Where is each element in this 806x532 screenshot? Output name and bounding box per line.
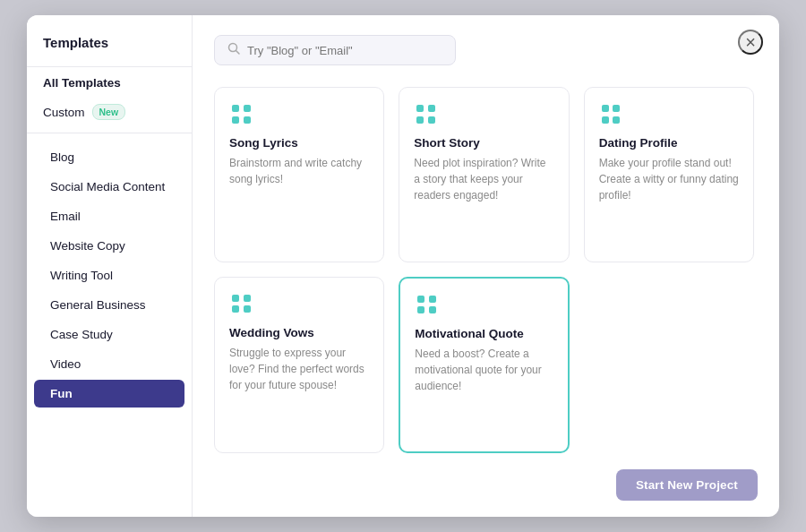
template-card-motivational-quote[interactable]: Motivational QuoteNeed a boost? Create a… [399, 277, 569, 454]
footer-row: Start New Project [214, 457, 758, 501]
sidebar-item-blog[interactable]: Blog [34, 143, 184, 171]
sidebar-title: Templates [27, 35, 192, 67]
custom-badge: New [92, 104, 126, 120]
sidebar-item-all-templates[interactable]: All Templates [27, 67, 192, 99]
sidebar-custom-row: Custom New [27, 99, 192, 133]
sidebar-item-general-business[interactable]: General Business [34, 291, 184, 319]
sidebar-custom-label: Custom [43, 106, 85, 119]
modal-backdrop: Templates All Templates Custom New BlogS… [0, 0, 806, 532]
template-name-wedding-vows: Wedding Vows [229, 326, 369, 339]
template-desc-dating-profile: Make your profile stand out! Create a wi… [599, 155, 739, 203]
svg-line-1 [236, 51, 240, 55]
templates-grid: Song LyricsBrainstorm and write catchy s… [214, 87, 758, 453]
main-content: × Song LyricsBrainstorm and write catchy… [193, 15, 779, 517]
template-desc-song-lyrics: Brainstorm and write catchy song lyrics! [229, 155, 369, 187]
sidebar-item-video[interactable]: Video [34, 350, 184, 378]
template-icon-wedding-vows [229, 292, 254, 317]
modal: Templates All Templates Custom New BlogS… [27, 15, 779, 517]
search-icon [227, 42, 240, 58]
template-icon-motivational-quote [415, 293, 440, 318]
template-icon-dating-profile [599, 102, 624, 127]
search-row [214, 35, 758, 65]
template-icon-song-lyrics [229, 102, 254, 127]
template-card-short-story[interactable]: Short StoryNeed plot inspiration? Write … [399, 87, 569, 262]
sidebar-item-website-copy[interactable]: Website Copy [34, 232, 184, 260]
sidebar-item-writing-tool[interactable]: Writing Tool [34, 262, 184, 289]
sidebar-nav: BlogSocial Media ContentEmailWebsite Cop… [27, 133, 192, 502]
template-card-song-lyrics[interactable]: Song LyricsBrainstorm and write catchy s… [214, 87, 384, 262]
sidebar: Templates All Templates Custom New BlogS… [27, 15, 193, 517]
close-button[interactable]: × [738, 30, 763, 55]
sidebar-item-social-media-content[interactable]: Social Media Content [34, 173, 184, 201]
template-name-song-lyrics: Song Lyrics [229, 136, 369, 150]
start-new-project-button[interactable]: Start New Project [616, 469, 758, 501]
sidebar-item-email[interactable]: Email [34, 202, 184, 230]
template-name-short-story: Short Story [414, 136, 553, 150]
template-desc-wedding-vows: Struggle to express your love? Find the … [229, 345, 369, 393]
template-card-wedding-vows[interactable]: Wedding VowsStruggle to express your lov… [214, 277, 384, 454]
sidebar-item-case-study[interactable]: Case Study [34, 321, 184, 348]
search-box [214, 35, 456, 65]
template-card-dating-profile[interactable]: Dating ProfileMake your profile stand ou… [584, 87, 754, 262]
sidebar-item-fun[interactable]: Fun [34, 380, 184, 408]
template-name-dating-profile: Dating Profile [599, 136, 739, 150]
template-icon-short-story [414, 102, 439, 127]
template-desc-motivational-quote: Need a boost? Create a motivational quot… [415, 346, 553, 394]
template-desc-short-story: Need plot inspiration? Write a story tha… [414, 155, 553, 203]
search-input[interactable] [247, 44, 442, 57]
template-name-motivational-quote: Motivational Quote [415, 327, 553, 340]
